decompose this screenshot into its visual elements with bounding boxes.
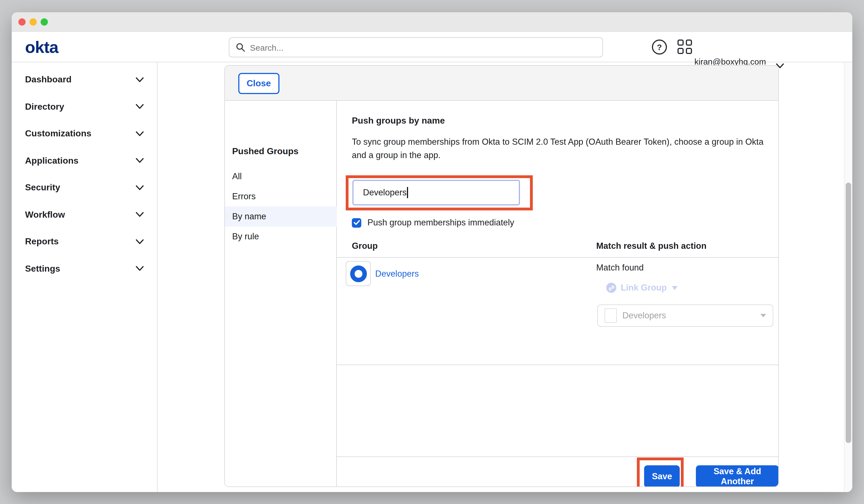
table-row-divider [337,364,779,365]
column-header-match: Match result & push action [596,241,706,251]
chevron-down-icon [136,131,144,136]
desktop: okta Search... ? kiran@boxyhq.com okta- [0,0,864,504]
panel-body: Push groups by name To sync group member… [337,101,779,487]
window-title-bar [12,12,852,32]
chevron-down-icon [136,158,144,163]
pushed-groups-title: Pushed Groups [232,142,298,161]
group-name-input[interactable]: Developers [352,180,520,205]
push-groups-panel: Close Pushed Groups All Errors By name B… [224,65,779,487]
push-immediately-checkbox[interactable] [352,218,361,227]
window-zoom-button[interactable] [41,19,48,26]
sidebar-item-directory[interactable]: Directory [12,93,157,120]
column-header-group: Group [352,241,378,251]
sidebar-item-label: Customizations [25,129,91,139]
sidebar-item-label: Workflow [25,210,65,220]
pushed-groups-nav: Pushed Groups All Errors By name By rule [225,101,337,487]
tab-all[interactable]: All [225,166,337,187]
group-name-value: Developers [363,188,407,197]
sidebar: Dashboard Directory Customizations Appli… [12,62,158,492]
dropdown-arrow-icon [672,286,677,290]
group-name-link[interactable]: Developers [375,269,419,279]
footer-divider [337,456,779,457]
link-icon [606,283,616,293]
browser-window: okta Search... ? kiran@boxyhq.com okta- [12,12,852,492]
panel-header: Close [225,66,778,101]
text-caret [407,187,408,198]
chevron-down-icon [136,185,144,190]
chevron-down-icon [136,77,144,82]
sidebar-item-reports[interactable]: Reports [12,228,157,255]
search-icon [236,43,245,52]
tab-errors[interactable]: Errors [225,187,337,206]
table-header-divider [337,257,779,258]
sidebar-item-security[interactable]: Security [12,174,157,201]
grid-square [686,39,692,46]
scrollbar-track[interactable] [844,62,852,492]
push-immediately-label: Push group memberships immediately [368,218,514,228]
description-text: To sync group memberships from Okta to S… [352,135,767,162]
chevron-down-icon [136,104,144,109]
help-glyph: ? [657,42,662,52]
grid-square [686,48,692,54]
scrollbar-thumb[interactable] [845,182,851,443]
window-minimize-button[interactable] [29,19,37,26]
sidebar-item-settings[interactable]: Settings [12,255,157,282]
app-group-value: Developers [622,311,760,321]
select-arrow-icon [760,314,766,317]
close-button[interactable]: Close [238,73,279,94]
group-donut-icon [350,265,367,282]
sidebar-item-label: Reports [25,237,59,247]
app-header: okta Search... ? kiran@boxyhq.com okta- [12,32,852,62]
chevron-down-icon [136,239,144,244]
save-add-another-button[interactable]: Save & Add Another [696,465,779,487]
page-title: Push groups by name [352,116,445,126]
sidebar-item-label: Directory [25,102,64,112]
group-icon-tile [346,261,371,286]
app-group-icon [604,308,617,323]
tab-by-name[interactable]: By name [225,206,337,227]
app-group-select[interactable]: Developers [597,304,773,327]
push-immediately-row: Push group memberships immediately [352,218,514,228]
search-input[interactable]: Search... [229,37,603,57]
chevron-down-icon [136,212,144,217]
sidebar-item-label: Dashboard [25,75,72,85]
sidebar-item-workflow[interactable]: Workflow [12,201,157,228]
window-close-button[interactable] [19,19,26,26]
sidebar-item-label: Applications [25,156,79,166]
okta-logo[interactable]: okta [25,38,58,57]
sidebar-item-label: Security [25,183,60,193]
search-placeholder: Search... [250,43,283,52]
tab-by-rule[interactable]: By rule [225,227,337,247]
sidebar-item-dashboard[interactable]: Dashboard [12,66,157,93]
grid-square [677,39,684,46]
link-group-label: Link Group [621,283,667,293]
apps-grid-icon[interactable] [677,39,692,54]
sidebar-item-applications[interactable]: Applications [12,147,157,174]
sidebar-item-customizations[interactable]: Customizations [12,120,157,147]
grid-square [677,48,684,54]
save-button[interactable]: Save [644,465,680,487]
link-group-dropdown[interactable]: Link Group [606,283,677,293]
help-icon[interactable]: ? [652,39,667,55]
check-icon [353,220,360,225]
match-result-text: Match found [596,263,644,273]
chevron-down-icon [136,266,144,271]
sidebar-item-label: Settings [25,264,60,274]
